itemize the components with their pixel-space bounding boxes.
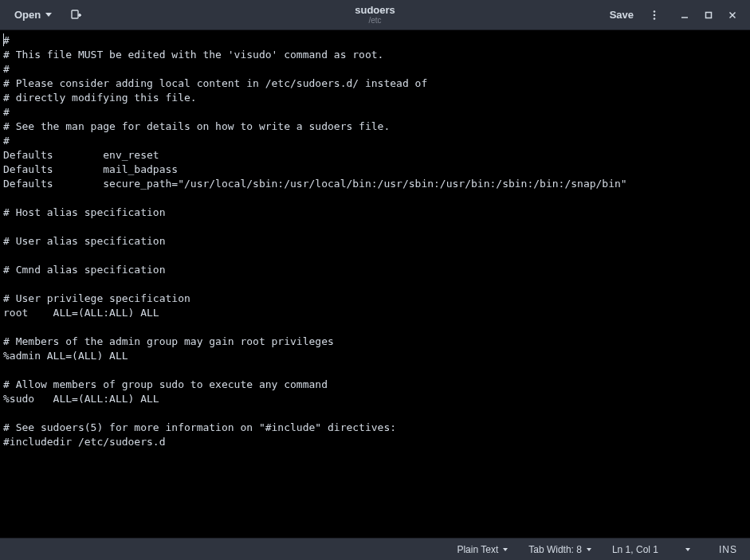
new-document-button[interactable] [63, 5, 88, 25]
new-document-icon [69, 9, 82, 22]
cursor-position-selector[interactable]: Ln 1, Col 1 [609, 542, 693, 557]
titlebar-left: Open [6, 5, 88, 25]
minimize-button[interactable] [673, 4, 696, 26]
text-cursor [3, 33, 4, 46]
chevron-down-icon [587, 548, 591, 551]
chevron-down-icon [685, 548, 690, 551]
insert-mode-indicator[interactable]: INS [716, 542, 740, 557]
insert-mode-label: INS [719, 544, 737, 555]
svg-point-3 [654, 10, 656, 13]
maximize-button[interactable] [697, 4, 720, 26]
open-button[interactable]: Open [6, 5, 60, 25]
editor-content: # # This file MUST be edited with the 'v… [3, 34, 627, 448]
svg-point-5 [654, 18, 656, 20]
syntax-mode-selector[interactable]: Plain Text [454, 542, 511, 557]
close-icon [728, 10, 737, 20]
minimize-icon [680, 10, 689, 20]
save-button[interactable]: Save [602, 5, 642, 25]
maximize-icon [704, 10, 713, 20]
chevron-down-icon [45, 13, 52, 17]
svg-point-4 [654, 14, 656, 16]
save-label: Save [610, 9, 634, 21]
titlebar-right: Save [602, 4, 744, 26]
window-subtitle: /etc [355, 16, 395, 25]
svg-rect-0 [72, 10, 78, 18]
titlebar: Open sudoers /etc Save [0, 0, 750, 30]
close-button[interactable] [721, 4, 744, 26]
statusbar-right: Plain Text Tab Width: 8 Ln 1, Col 1 INS [454, 542, 740, 557]
window-title: sudoers [355, 5, 395, 16]
statusbar: Plain Text Tab Width: 8 Ln 1, Col 1 INS [0, 538, 750, 560]
tab-width-selector[interactable]: Tab Width: 8 [525, 542, 595, 557]
open-label: Open [14, 9, 41, 21]
kebab-menu-icon [649, 10, 660, 21]
chevron-down-icon [503, 548, 508, 551]
tab-width-label: Tab Width: 8 [528, 544, 582, 555]
titlebar-center: sudoers /etc [355, 5, 395, 25]
cursor-position-label: Ln 1, Col 1 [612, 544, 658, 555]
text-editor-area[interactable]: # # This file MUST be edited with the 'v… [0, 30, 750, 538]
syntax-mode-label: Plain Text [457, 544, 498, 555]
window-controls [673, 4, 744, 26]
svg-rect-7 [706, 12, 712, 18]
hamburger-menu-button[interactable] [643, 4, 666, 26]
